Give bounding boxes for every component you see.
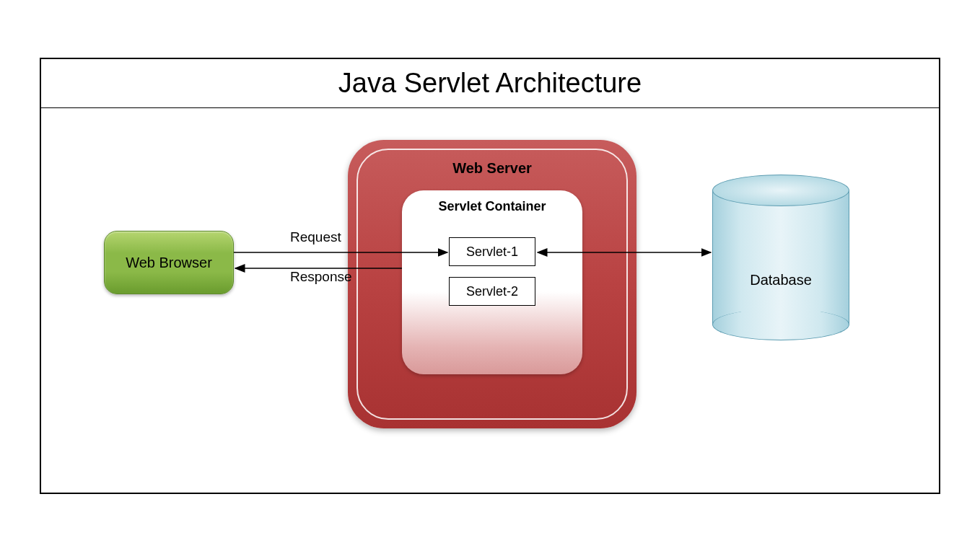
servlet-container-label: Servlet Container [402,199,582,214]
database-cylinder-icon [712,175,849,340]
web-browser-label: Web Browser [126,255,212,271]
servlet-1-label: Servlet-1 [466,244,518,260]
servlet-2-node: Servlet-2 [449,277,535,306]
web-server-label: Web Server [348,160,636,177]
web-server-node: Web Server Servlet Container Servlet-1 S… [348,140,636,428]
title-bar: Java Servlet Architecture [41,59,939,108]
diagram-title: Java Servlet Architecture [338,68,642,99]
request-arrow-label: Request [290,229,341,245]
response-arrow-label: Response [290,269,352,285]
database-label: Database [712,272,849,288]
diagram-frame: Java Servlet Architecture Web Browser We… [40,58,940,494]
servlet-container-node: Servlet Container Servlet-1 Servlet-2 [402,190,582,374]
database-node: Database [712,175,857,355]
servlet-1-node: Servlet-1 [449,237,535,266]
servlet-2-label: Servlet-2 [466,284,518,299]
web-browser-node: Web Browser [104,231,234,294]
diagram-area: Web Browser Web Server Servlet Container… [41,108,939,493]
